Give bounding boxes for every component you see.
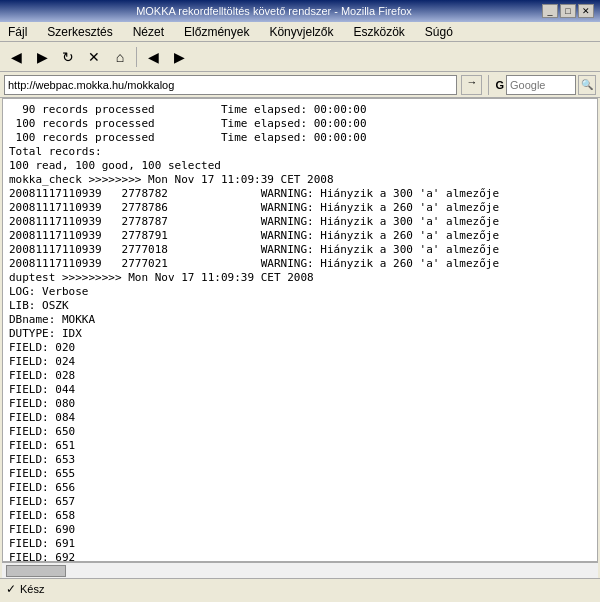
search-box: G 🔍 [495,75,596,95]
status-text: Kész [20,583,44,595]
menu-edit[interactable]: Szerkesztés [43,25,116,39]
menu-tools[interactable]: Eszközök [349,25,408,39]
google-input[interactable] [506,75,576,95]
go-button[interactable]: → [461,75,482,95]
status-bar: ✓ Kész [0,578,600,598]
nav-button-1[interactable]: ◀ [141,45,165,69]
menu-view[interactable]: Nézet [129,25,168,39]
log-content[interactable]: 90 records processed Time elapsed: 00:00… [3,99,597,561]
stop-button[interactable]: ✕ [82,45,106,69]
minimize-button[interactable]: _ [542,4,558,18]
url-input[interactable] [4,75,457,95]
reload-button[interactable]: ↻ [56,45,80,69]
title-bar: MOKKA rekordfelltöltés követő rendszer -… [0,0,600,22]
menu-file[interactable]: Fájl [4,25,31,39]
nav-button-2[interactable]: ▶ [167,45,191,69]
horizontal-scrollbar[interactable] [2,562,598,578]
window-controls[interactable]: _ □ ✕ [542,4,594,18]
home-button[interactable]: ⌂ [108,45,132,69]
maximize-button[interactable]: □ [560,4,576,18]
address-separator [488,75,489,95]
menu-bar: Fájl Szerkesztés Nézet Előzmények Könyvj… [0,22,600,42]
forward-button[interactable]: ▶ [30,45,54,69]
menu-bookmarks[interactable]: Könyvjelzők [265,25,337,39]
content-wrapper: 90 records processed Time elapsed: 00:00… [2,98,598,562]
address-bar: → G 🔍 [0,72,600,98]
google-label: G [495,79,504,91]
menu-help[interactable]: Súgó [421,25,457,39]
window-title: MOKKA rekordfelltöltés követő rendszer -… [6,5,542,17]
toolbar: ◀ ▶ ↻ ✕ ⌂ ◀ ▶ [0,42,600,72]
status-icon: ✓ [6,582,16,596]
h-scroll-thumb[interactable] [6,565,66,577]
search-icon[interactable]: 🔍 [578,75,596,95]
close-button[interactable]: ✕ [578,4,594,18]
back-button[interactable]: ◀ [4,45,28,69]
toolbar-separator [136,47,137,67]
menu-history[interactable]: Előzmények [180,25,253,39]
